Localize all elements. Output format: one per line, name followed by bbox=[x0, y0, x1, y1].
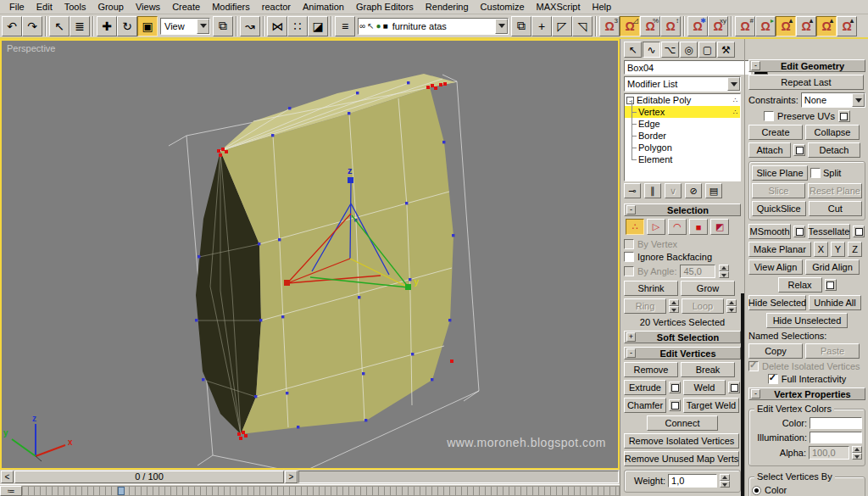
editable-poly-object[interactable] bbox=[195, 74, 456, 440]
stack-item-vertex[interactable]: Vertex∴ bbox=[625, 106, 740, 118]
tessellate-button[interactable]: Tessellate bbox=[808, 224, 850, 239]
vertex-color-swatch[interactable] bbox=[810, 417, 862, 429]
expand-icon[interactable]: + bbox=[626, 332, 636, 342]
weld-button[interactable]: Weld bbox=[683, 380, 726, 395]
snap-midpoint-toggle-icon[interactable]: Ω▲ bbox=[837, 16, 857, 36]
vertex-mode-icon[interactable]: ∴ bbox=[626, 219, 644, 235]
layer-manager-icon[interactable]: ≡ bbox=[335, 16, 355, 36]
vertex-properties-rollout-header[interactable]: - Vertex Properties bbox=[748, 387, 865, 400]
reset-plane-button[interactable]: Reset Plane bbox=[808, 183, 862, 198]
show-end-result-button[interactable]: ∥ bbox=[644, 183, 661, 198]
modifier-stack[interactable]: -Editable Poly∴Vertex∴EdgeBorderPolygonE… bbox=[624, 93, 741, 181]
view-align-button[interactable]: View Align bbox=[748, 259, 803, 275]
msmooth-button[interactable]: MSmooth bbox=[748, 224, 791, 239]
remove-modifier-button[interactable]: ⊘ bbox=[685, 183, 702, 198]
motion-tab[interactable]: ◎ bbox=[680, 42, 698, 58]
delete-isolated-vertices-checkbox[interactable] bbox=[748, 361, 759, 371]
remove-isolated-vertices-button[interactable]: Remove Isolated Vertices bbox=[624, 433, 739, 449]
alpha-field[interactable]: 100,0 bbox=[809, 446, 849, 460]
menu-help[interactable]: Help bbox=[587, 2, 618, 12]
alpha-spinner[interactable] bbox=[852, 446, 862, 460]
preserve-uvs-settings-button[interactable] bbox=[838, 110, 850, 122]
snap-freeze-toggle-icon[interactable]: Ω✱ bbox=[687, 16, 708, 36]
chamfer-button[interactable]: Chamfer bbox=[624, 398, 666, 413]
remove-unused-map-verts-button[interactable]: Remove Unused Map Verts bbox=[624, 451, 739, 466]
dropdown-arrow-icon[interactable] bbox=[197, 19, 209, 34]
grow-button[interactable]: Grow bbox=[681, 281, 735, 296]
by-angle-spinner[interactable] bbox=[719, 265, 729, 278]
by-angle-checkbox[interactable] bbox=[624, 266, 634, 276]
polygon-mode-icon[interactable]: ■ bbox=[689, 219, 708, 235]
previous-frame-button[interactable]: < bbox=[1, 471, 14, 483]
select-object-icon[interactable]: ↖ bbox=[49, 16, 70, 36]
gizmo-y-handle[interactable] bbox=[405, 284, 411, 290]
make-planar-x-button[interactable]: X bbox=[814, 242, 828, 257]
slice-button[interactable]: Slice bbox=[752, 183, 805, 198]
snap-xy-toggle-icon[interactable]: Ωxy bbox=[708, 16, 728, 36]
next-frame-button[interactable]: > bbox=[285, 471, 298, 483]
chamfer-settings-button[interactable] bbox=[669, 399, 681, 411]
time-slider-track[interactable] bbox=[298, 471, 619, 483]
use-pivot-center-icon[interactable]: ⧉ bbox=[213, 16, 233, 36]
mirror-icon[interactable]: ⋈ bbox=[267, 16, 287, 36]
loop-spinner[interactable] bbox=[726, 299, 737, 313]
menu-edit[interactable]: Edit bbox=[31, 2, 58, 12]
border-mode-icon[interactable]: ◠ bbox=[668, 219, 687, 235]
stack-item-polygon[interactable]: Polygon bbox=[625, 142, 740, 153]
menu-file[interactable]: File bbox=[3, 2, 31, 12]
menu-modifiers[interactable]: Modifiers bbox=[206, 2, 256, 12]
create-tab[interactable]: ↖ bbox=[624, 42, 642, 58]
spinner-snap-toggle-icon[interactable]: Ω↕ bbox=[660, 16, 681, 36]
weight-field[interactable]: 1,0 bbox=[668, 474, 717, 488]
relax-settings-button[interactable] bbox=[825, 279, 837, 291]
hide-selected-button[interactable]: Hide Selected bbox=[748, 295, 806, 310]
select-instances-icon[interactable]: ◹ bbox=[572, 16, 593, 36]
make-planar-button[interactable]: Make Planar bbox=[748, 242, 811, 257]
snap-vertex-toggle-icon[interactable]: Ω▲ bbox=[776, 16, 796, 36]
stack-collapse-icon[interactable]: - bbox=[626, 97, 634, 104]
quickslice-button[interactable]: QuickSlice bbox=[752, 201, 806, 216]
angle-snap-toggle-icon[interactable]: Ω◿ bbox=[620, 16, 640, 36]
loop-button[interactable]: Loop bbox=[682, 298, 724, 314]
target-weld-button[interactable]: Target Weld bbox=[683, 398, 739, 413]
dropdown-arrow-icon[interactable] bbox=[495, 19, 508, 34]
cut-button[interactable]: Cut bbox=[809, 201, 863, 216]
shrink-button[interactable]: Shrink bbox=[624, 281, 678, 296]
snap-point-toggle-icon[interactable]: Ω▸ bbox=[755, 16, 776, 36]
menu-animation[interactable]: Animation bbox=[297, 2, 350, 12]
full-interactivity-checkbox[interactable] bbox=[768, 374, 778, 384]
snap-face-toggle-icon[interactable]: Ω▲ bbox=[816, 16, 837, 36]
select-by-color-radio[interactable] bbox=[752, 486, 761, 495]
redo-icon[interactable]: ↷ bbox=[22, 16, 42, 36]
eraser-icon[interactable]: ◪ bbox=[308, 16, 328, 36]
collapse-icon[interactable]: - bbox=[626, 348, 636, 358]
weight-spinner[interactable] bbox=[720, 474, 730, 488]
make-planar-z-button[interactable]: Z bbox=[848, 242, 862, 257]
make-planar-y-button[interactable]: Y bbox=[831, 242, 845, 257]
menu-reactor[interactable]: reactor bbox=[256, 2, 297, 12]
relax-button[interactable]: Relax bbox=[778, 277, 822, 293]
ring-button[interactable]: Ring bbox=[624, 298, 666, 314]
break-button[interactable]: Break bbox=[681, 362, 735, 377]
create-button[interactable]: Create bbox=[748, 125, 803, 140]
snap-toggle-3d-icon[interactable]: Ω3 bbox=[599, 16, 620, 36]
time-slider[interactable]: 0 / 100 bbox=[14, 471, 284, 483]
percent-snap-toggle-icon[interactable]: Ω% bbox=[640, 16, 660, 36]
select-similar-icon[interactable]: ◸ bbox=[552, 16, 572, 36]
select-by-name-icon[interactable]: ≣ bbox=[70, 16, 90, 36]
reference-coordinate-dropdown[interactable]: View bbox=[160, 18, 210, 35]
select-manipulate-icon[interactable]: ↝ bbox=[240, 16, 260, 36]
add-selection-icon[interactable]: + bbox=[531, 16, 552, 36]
menu-tools[interactable]: Tools bbox=[58, 2, 92, 12]
copy-named-selection-button[interactable]: Copy bbox=[748, 343, 803, 359]
menu-rendering[interactable]: Rendering bbox=[420, 2, 475, 12]
trackbar-ruler[interactable] bbox=[22, 486, 620, 496]
collapse-icon[interactable]: - bbox=[751, 389, 760, 398]
menu-create[interactable]: Create bbox=[166, 2, 206, 12]
hide-unselected-button[interactable]: Hide Unselected bbox=[766, 313, 848, 328]
undo-icon[interactable]: ↶ bbox=[2, 16, 22, 36]
modifier-list-dropdown[interactable]: Modifier List bbox=[624, 76, 741, 92]
mini-curve-editor-button[interactable]: ≔ bbox=[0, 486, 22, 496]
menu-group[interactable]: Group bbox=[92, 2, 130, 12]
modify-tab[interactable]: ∿ bbox=[643, 42, 660, 58]
